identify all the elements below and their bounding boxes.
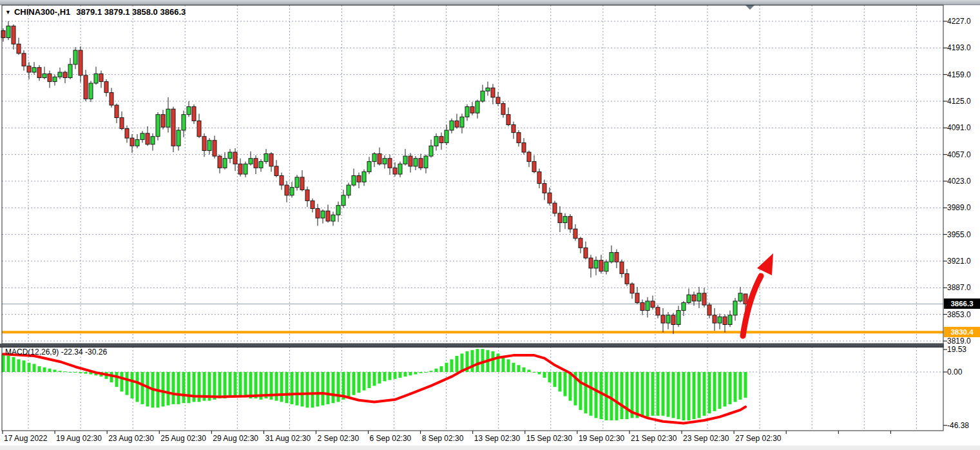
- candle-body: [450, 121, 454, 130]
- macd-bar: [450, 359, 454, 372]
- macd-bar: [600, 372, 603, 419]
- macd-bar: [389, 372, 392, 380]
- candle-body: [12, 26, 15, 44]
- candle-body: [305, 190, 309, 201]
- candle-body: [470, 107, 474, 113]
- macd-bar: [394, 372, 397, 379]
- candle-body: [568, 217, 572, 229]
- candle-body: [63, 72, 67, 78]
- candle-body: [661, 315, 665, 323]
- chart-canvas[interactable]: [0, 0, 980, 450]
- macd-bar: [693, 372, 696, 419]
- candle-body: [367, 162, 371, 172]
- macd-bar: [523, 367, 526, 372]
- macd-axis-label: 19.53: [947, 345, 966, 354]
- macd-indicator-label: MACD(12,26,9) -22.34 -30.26: [5, 347, 107, 357]
- macd-bar: [136, 372, 139, 402]
- price-axis-label: 3819.0: [947, 337, 971, 346]
- candle-body: [707, 305, 711, 315]
- macd-bar: [713, 372, 716, 411]
- symbol-dropdown-icon[interactable]: ▼: [5, 9, 11, 15]
- macd-bar: [182, 372, 186, 403]
- candle-body: [280, 175, 283, 185]
- candle-body: [491, 88, 495, 97]
- macd-bar: [327, 372, 330, 404]
- price-axis-label: 3921.0: [947, 257, 971, 266]
- candle-body: [151, 137, 155, 144]
- candle-body: [79, 50, 82, 75]
- macd-bar: [626, 372, 629, 419]
- candle-body: [615, 253, 619, 262]
- macd-bar: [538, 372, 541, 375]
- main-panel-border: [2, 5, 943, 344]
- candle-body: [331, 215, 335, 221]
- macd-bar: [698, 372, 701, 418]
- time-axis-label: 2 Sep 02:30: [317, 434, 359, 443]
- candle-body: [94, 73, 98, 83]
- candle-body: [692, 295, 696, 301]
- candle-body: [584, 248, 588, 258]
- symbol-period-label: CHINA300-,H1: [14, 7, 70, 17]
- macd-bar: [641, 372, 644, 417]
- macd-bar: [703, 372, 706, 416]
- candle-body: [635, 293, 639, 303]
- candle-body: [120, 118, 124, 129]
- candle-body: [53, 77, 57, 81]
- macd-bar: [404, 372, 407, 377]
- macd-bar: [352, 372, 356, 395]
- candle-body: [182, 115, 186, 130]
- candle-body: [259, 162, 263, 168]
- candle-body: [640, 302, 644, 310]
- candle-body: [27, 66, 31, 72]
- macd-bar: [672, 372, 675, 418]
- candle-body: [733, 301, 737, 315]
- candle-body: [336, 206, 340, 215]
- macd-bar: [126, 372, 129, 395]
- candle-body: [192, 107, 196, 121]
- macd-bar: [316, 372, 320, 407]
- candle-body: [434, 137, 438, 146]
- macd-bar: [610, 372, 613, 420]
- macd-bar: [564, 372, 567, 396]
- candle-body: [285, 185, 289, 195]
- candle-body: [161, 115, 165, 127]
- price-axis-label: 4023.0: [947, 177, 971, 186]
- candle-body: [682, 302, 686, 310]
- candle-body: [316, 209, 320, 219]
- candle-body: [651, 301, 655, 308]
- macd-bar: [543, 372, 546, 378]
- macd-bar: [559, 372, 562, 391]
- macd-bar: [115, 372, 119, 387]
- macd-bar: [224, 372, 227, 398]
- macd-bar: [662, 372, 665, 416]
- macd-bar: [167, 372, 170, 406]
- candle-body: [439, 137, 443, 143]
- candle-body: [73, 50, 77, 64]
- macd-bar: [471, 350, 474, 372]
- macd-bar: [445, 363, 448, 372]
- candle-body: [718, 317, 722, 323]
- candle-body: [445, 130, 448, 142]
- macd-bar: [177, 372, 180, 404]
- macd-bar: [249, 372, 253, 398]
- macd-bar: [425, 372, 428, 373]
- macd-bar: [435, 369, 438, 372]
- macd-bar: [657, 372, 660, 416]
- candle-body: [476, 101, 479, 113]
- current-price-badge: 3866.3: [944, 298, 980, 309]
- candle-body: [166, 109, 170, 127]
- candle-body: [84, 75, 88, 99]
- price-axis-label: 4125.0: [947, 97, 971, 106]
- macd-bar: [724, 372, 727, 407]
- macd-bar: [528, 369, 531, 372]
- macd-bar: [584, 372, 588, 413]
- candle-body: [687, 295, 691, 302]
- panel-splitter[interactable]: [0, 344, 944, 347]
- macd-bar: [172, 372, 175, 404]
- macd-bar: [59, 371, 62, 372]
- candle-body: [677, 311, 680, 325]
- macd-bar: [17, 359, 21, 372]
- candle-body: [620, 262, 624, 273]
- macd-bar: [739, 372, 742, 400]
- candle-body: [383, 159, 387, 164]
